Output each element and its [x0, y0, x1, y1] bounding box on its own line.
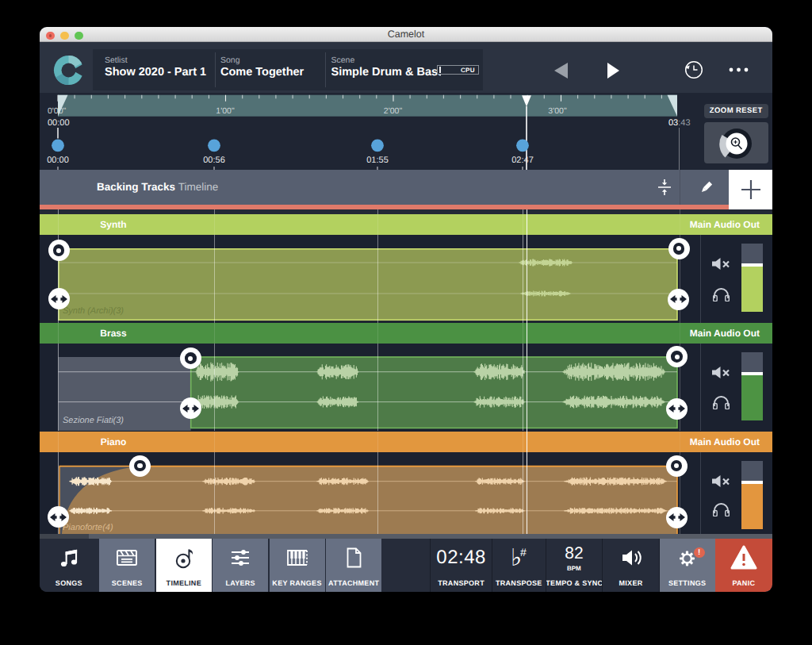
svg-text:01:55: 01:55: [366, 155, 389, 165]
svg-text:00:56: 00:56: [203, 155, 225, 165]
svg-text:#: #: [520, 546, 527, 559]
svg-text:00:00: 00:00: [47, 155, 69, 165]
svg-text:1'00": 1'00": [216, 106, 235, 116]
svg-text:3'00": 3'00": [548, 106, 567, 116]
svg-text:03:43: 03:43: [668, 118, 691, 128]
svg-text:00:00: 00:00: [48, 118, 70, 128]
svg-text:2'00": 2'00": [384, 106, 403, 116]
svg-text:0'00": 0'00": [48, 106, 67, 116]
svg-text:02:47: 02:47: [511, 155, 534, 165]
